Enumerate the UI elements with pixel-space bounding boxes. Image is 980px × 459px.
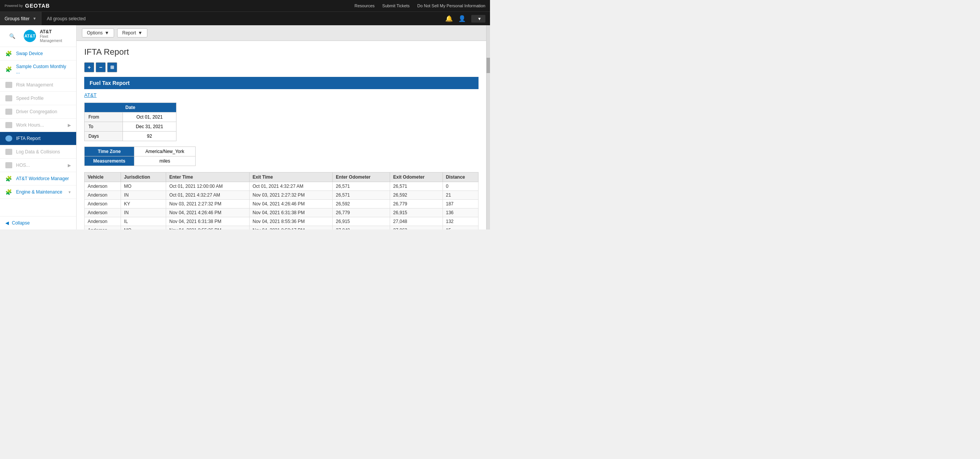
table-cell-3-1: IN [121, 208, 166, 217]
sidebar-item-att-workforce[interactable]: 🧩 AT&T Workforce Manager [0, 172, 76, 186]
sidebar-item-risk-management[interactable]: Risk Management [0, 78, 76, 92]
scrollbar-thumb[interactable] [487, 58, 490, 73]
sidebar-item-log-data[interactable]: Log Data & Collisions [0, 145, 76, 159]
report-area: IFTA Report + − ⊞ Fuel Tax Report AT&T D… [77, 41, 486, 230]
col-distance: Distance [443, 173, 478, 182]
sidebar: 🔍 AT&T AT&T Fleet Management 🧩 Swap Devi… [0, 25, 77, 230]
active-icon [5, 135, 12, 142]
table-cell-5-6: 15 [443, 226, 478, 230]
action-icons: + − ⊞ [84, 62, 479, 72]
table-cell-0-4: 26,571 [333, 182, 390, 191]
table-cell-5-0: Anderson [85, 226, 121, 230]
sidebar-item-work-hours[interactable]: Work Hours... ▶ [0, 119, 76, 132]
table-row: AndersonINNov 04, 2021 4:26:46 PMNov 04,… [85, 208, 479, 217]
remove-icon-button[interactable]: − [96, 62, 106, 72]
col-enter-odometer: Enter Odometer [333, 173, 390, 182]
timezone-label-cell: Time Zone [85, 147, 134, 156]
submit-tickets-link[interactable]: Submit Tickets [382, 3, 410, 8]
report-arrow-icon: ▼ [138, 30, 142, 36]
sidebar-label-log-data: Log Data & Collisions [16, 149, 60, 155]
sidebar-label-att-workforce: AT&T Workforce Manager [16, 176, 69, 181]
add-icon-button[interactable]: + [84, 62, 94, 72]
table-cell-3-6: 136 [443, 208, 478, 217]
grid-icon [5, 149, 12, 155]
report-button[interactable]: Report ▼ [117, 28, 147, 37]
table-cell-3-2: Nov 04, 2021 4:26:46 PM [166, 208, 250, 217]
sidebar-item-driver-congregation[interactable]: Driver Congregation [0, 105, 76, 119]
company-link[interactable]: AT&T [84, 92, 479, 98]
table-cell-1-2: Oct 01, 2021 4:32:27 AM [166, 191, 250, 200]
powered-by-text: Powered by [5, 4, 23, 8]
collapse-label: Collapse [12, 220, 30, 226]
options-label: Options [87, 30, 103, 36]
date-info-table: Date From Oct 01, 2021 To Dec 31, 2021 D… [84, 103, 176, 141]
from-label-cell: From [85, 112, 123, 122]
table-cell-5-1: MO [121, 226, 166, 230]
days-value-cell: 92 [123, 132, 176, 141]
col-jurisdiction: Jurisdiction [121, 173, 166, 182]
sidebar-label-engine-maintenance: Engine & Maintenance [16, 189, 62, 195]
options-arrow-icon: ▼ [105, 30, 109, 36]
sidebar-label-work-hours: Work Hours... [16, 122, 44, 128]
sidebar-item-hos[interactable]: HOS... ▶ [0, 159, 76, 172]
user-icon[interactable]: 👤 [458, 15, 466, 22]
table-cell-5-2: Nov 04, 2021 8:55:36 PM [166, 226, 250, 230]
grid-icon [5, 109, 12, 115]
table-cell-2-5: 26,779 [390, 200, 443, 208]
bell-icon[interactable]: 🔔 [445, 15, 453, 22]
col-exit-odometer: Exit Odometer [390, 173, 443, 182]
all-groups-text: All groups selected [41, 16, 445, 21]
measurements-value-cell: miles [134, 156, 196, 166]
table-cell-0-6: 0 [443, 182, 478, 191]
sidebar-label-swap-device: Swap Device [16, 51, 43, 56]
groups-bar-actions: 🔔 👤 ▼ [445, 15, 490, 23]
sidebar-item-ifta-report[interactable]: IFTA Report [0, 132, 76, 145]
col-exit-time: Exit Time [249, 173, 333, 182]
to-value-cell: Dec 31, 2021 [123, 122, 176, 132]
toolbar: Options ▼ Report ▼ [77, 25, 486, 41]
geotab-logo: GEOTAB [25, 3, 50, 9]
grid-icon-button[interactable]: ⊞ [107, 62, 117, 72]
logo-area: Powered by GEOTAB [5, 3, 50, 9]
table-cell-1-6: 21 [443, 191, 478, 200]
work-hours-arrow-icon: ▶ [68, 123, 71, 128]
table-cell-4-0: Anderson [85, 217, 121, 226]
table-cell-1-0: Anderson [85, 191, 121, 200]
table-cell-2-0: Anderson [85, 200, 121, 208]
collapse-button[interactable]: ◀ Collapse [0, 216, 76, 230]
sidebar-item-sample-custom[interactable]: 🧩 Sample Custom Monthly ... [0, 60, 76, 78]
top-bar: Powered by GEOTAB Resources Submit Ticke… [0, 0, 490, 11]
scrollbar[interactable] [486, 25, 490, 230]
to-label-cell: To [85, 122, 123, 132]
table-row: AndersonKYNov 03, 2021 2:27:32 PMNov 04,… [85, 200, 479, 208]
do-not-sell-link[interactable]: Do Not Sell My Personal Information [417, 3, 485, 8]
sidebar-label-sample-custom: Sample Custom Monthly ... [16, 64, 71, 75]
user-menu-button[interactable]: ▼ [471, 15, 485, 23]
search-icon[interactable]: 🔍 [5, 30, 20, 42]
puzzle-icon: 🧩 [5, 176, 12, 182]
sidebar-label-driver-congregation: Driver Congregation [16, 109, 57, 114]
data-table: Vehicle Jurisdiction Enter Time Exit Tim… [84, 172, 479, 230]
engine-arrow-icon: ▾ [69, 190, 71, 195]
table-cell-0-5: 26,571 [390, 182, 443, 191]
table-cell-5-5: 27,062 [390, 226, 443, 230]
sidebar-label-speed-profile: Speed Profile [16, 96, 44, 101]
table-row: AndersonMOOct 01, 2021 12:00:00 AMOct 01… [85, 182, 479, 191]
options-button[interactable]: Options ▼ [82, 28, 114, 37]
table-cell-1-1: IN [121, 191, 166, 200]
sidebar-item-swap-device[interactable]: 🧩 Swap Device [0, 47, 76, 60]
puzzle-icon: 🧩 [5, 66, 12, 72]
table-cell-3-4: 26,779 [333, 208, 390, 217]
groups-filter-button[interactable]: Groups filter ▼ [0, 12, 41, 26]
app-layout: 🔍 AT&T AT&T Fleet Management 🧩 Swap Devi… [0, 25, 490, 230]
sidebar-item-speed-profile[interactable]: Speed Profile [0, 92, 76, 105]
timezone-value-cell: America/New_York [134, 147, 196, 156]
date-header-cell: Date [85, 103, 176, 112]
sidebar-item-engine-maintenance[interactable]: 🧩 Engine & Maintenance ▾ [0, 186, 76, 199]
report-title: IFTA Report [84, 47, 479, 57]
resources-link[interactable]: Resources [354, 3, 375, 8]
sidebar-label-hos: HOS... [16, 163, 30, 168]
table-cell-1-3: Nov 03, 2021 2:27:32 PM [249, 191, 333, 200]
company-subtitle: Fleet Management [40, 34, 72, 43]
col-vehicle: Vehicle [85, 173, 121, 182]
